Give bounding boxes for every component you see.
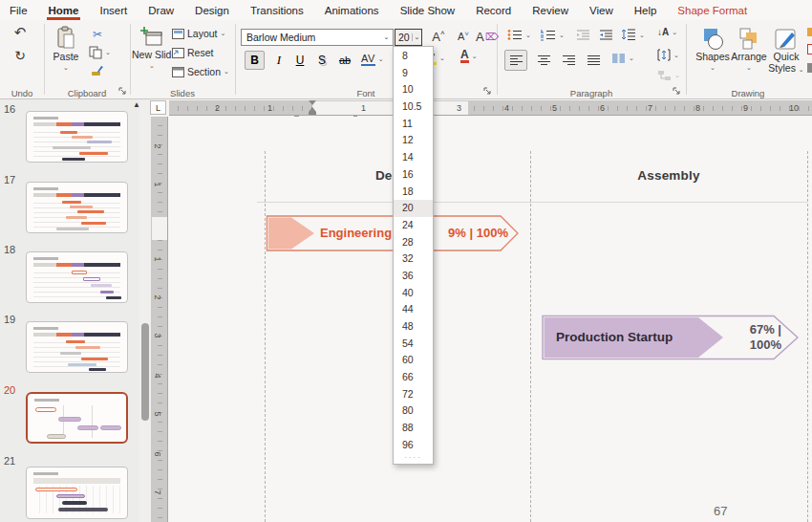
align-left-button[interactable] (504, 50, 527, 71)
new-slide-button[interactable]: New Slide ⌄ (133, 26, 171, 72)
font-size-option[interactable]: 60 (394, 352, 433, 369)
font-size-option[interactable]: 88 (394, 420, 433, 437)
font-size-more-indicator: ···· (394, 454, 433, 463)
font-name-chevron: ⌄ (380, 33, 393, 41)
phase-title-assembly[interactable]: Assembly (530, 168, 807, 183)
font-size-option[interactable]: 32 (394, 250, 433, 268)
clipboard-dialog-launcher[interactable] (118, 87, 128, 97)
bold-button[interactable]: B (245, 51, 265, 70)
section-icon (172, 67, 184, 77)
slide-page-number[interactable]: 67 (714, 504, 727, 518)
menu-animations[interactable]: Animations (325, 5, 379, 16)
indent-marker[interactable] (308, 100, 317, 115)
font-color-button[interactable]: A ⌄ (460, 50, 478, 63)
thumbnail-scrollbar-track[interactable] (139, 99, 151, 522)
reset-button[interactable]: Reset (172, 47, 213, 58)
section-button[interactable]: Section ⌄ (172, 66, 229, 77)
font-size-option[interactable]: 18 (394, 184, 433, 201)
menu-record[interactable]: Record (476, 5, 511, 16)
font-size-option[interactable]: 72 (394, 386, 433, 403)
align-right-button[interactable] (558, 50, 579, 71)
font-size-option[interactable]: 12 (394, 132, 433, 149)
slide-canvas[interactable]: Design Assembly Engineering Schedule 9% … (169, 117, 812, 522)
menu-help[interactable]: Help (634, 5, 657, 16)
line-spacing-button[interactable]: ⌄ (621, 29, 645, 41)
thumbnail-scrollbar-thumb[interactable] (141, 323, 149, 421)
menu-shape-format[interactable]: Shape Format (677, 5, 747, 16)
menu-draw[interactable]: Draw (148, 5, 174, 16)
font-size-combo[interactable]: 20 ⌄ (395, 29, 422, 46)
menu-view[interactable]: View (589, 5, 613, 16)
columns-button[interactable]: ⌄ (611, 53, 634, 64)
strikethrough-button[interactable]: ab (334, 51, 355, 70)
underline-button[interactable]: U (291, 51, 309, 70)
menu-review[interactable]: Review (532, 5, 568, 16)
font-size-option[interactable]: 66 (394, 369, 433, 386)
font-size-option[interactable]: 11 (394, 116, 433, 133)
layout-button[interactable]: Layout ⌄ (172, 28, 225, 39)
font-size-option[interactable]: 16 (394, 166, 433, 184)
format-painter-button[interactable] (89, 64, 106, 77)
shapes-button[interactable]: Shapes ⌄ (694, 28, 731, 74)
numbering-button[interactable]: ⌄ (541, 29, 565, 41)
font-name-combo[interactable]: Barlow Medium ⌄ (241, 29, 394, 46)
font-size-option[interactable]: 80 (394, 402, 433, 420)
font-dialog-launcher[interactable] (483, 87, 493, 97)
paragraph-dialog-launcher[interactable] (673, 87, 682, 97)
undo-button[interactable]: ↶ (10, 24, 31, 41)
text-direction-button[interactable]: ↓A ⌄ (657, 27, 677, 37)
slide-thumbnail-16[interactable] (26, 111, 128, 163)
tab-stop-selector[interactable]: L (150, 100, 166, 115)
menu-home[interactable]: Home (49, 5, 79, 16)
menu-slide-show[interactable]: Slide Show (400, 5, 456, 16)
menu-design[interactable]: Design (195, 5, 229, 16)
font-size-option[interactable]: 54 (394, 336, 433, 353)
cut-button[interactable]: ✂ (89, 28, 106, 41)
menu-transitions[interactable]: Transitions (250, 5, 304, 16)
align-text-button[interactable]: ⌄ (657, 49, 679, 61)
decrease-indent-button[interactable] (574, 29, 591, 42)
font-size-option-selected[interactable]: 20 (394, 200, 433, 217)
align-center-button[interactable] (533, 50, 554, 71)
thumbnail-scroll-up-icon[interactable]: ▲ (133, 100, 140, 109)
font-size-option[interactable]: 24 (394, 217, 433, 234)
slide-thumbnail-19[interactable] (26, 321, 128, 373)
font-size-option[interactable]: 40 (394, 285, 433, 302)
slide-thumbnail-20[interactable] (26, 392, 128, 444)
font-size-option[interactable]: 96 (394, 437, 433, 454)
font-size-option[interactable]: 10 (394, 81, 433, 98)
undo-group-label: Undo (0, 88, 44, 98)
copy-button[interactable]: ⌄ (89, 46, 111, 59)
justify-button[interactable] (583, 50, 604, 71)
font-size-option[interactable]: 10.5 (394, 98, 433, 116)
increase-font-button[interactable]: A˄ (428, 28, 449, 45)
text-shadow-button[interactable]: S (313, 51, 331, 70)
production-startup-bar[interactable]: Production Startup 67% | 100% (541, 314, 802, 361)
font-size-option[interactable]: 28 (394, 234, 433, 251)
slide-thumbnail-18[interactable] (26, 251, 128, 303)
quick-styles-button[interactable]: Quick Styles ⌄ (767, 28, 805, 76)
slide-number-19: 19 (4, 314, 23, 325)
font-size-option[interactable]: 44 (394, 301, 433, 318)
redo-button[interactable]: ↻ (10, 47, 31, 64)
font-size-option[interactable]: 36 (394, 268, 433, 285)
arrange-button[interactable]: Arrange ⌄ (731, 28, 767, 74)
decrease-font-button[interactable]: A˅ (453, 28, 474, 45)
bullets-button[interactable]: ⌄ (507, 29, 531, 41)
italic-button[interactable]: I (270, 51, 288, 70)
menu-insert[interactable]: Insert (99, 5, 127, 16)
font-size-option[interactable]: 48 (394, 318, 433, 336)
align-text-icon (657, 49, 671, 61)
slide-thumbnail-21[interactable] (26, 467, 128, 519)
font-size-option[interactable]: 9 (394, 65, 433, 82)
menu-file[interactable]: File (10, 5, 28, 16)
character-spacing-button[interactable]: AV ⌄ (361, 53, 384, 66)
convert-smartart-button[interactable]: ⌄ (657, 70, 680, 81)
clear-formatting-button[interactable]: A⌦ (477, 28, 498, 45)
font-color-chevron: ⌄ (472, 53, 478, 60)
paste-button[interactable]: Paste ⌄ (48, 26, 84, 74)
font-size-option[interactable]: 8 (394, 48, 433, 65)
slide-thumbnail-17[interactable] (26, 182, 128, 233)
increase-indent-button[interactable] (597, 29, 614, 42)
font-size-option[interactable]: 14 (394, 149, 433, 166)
